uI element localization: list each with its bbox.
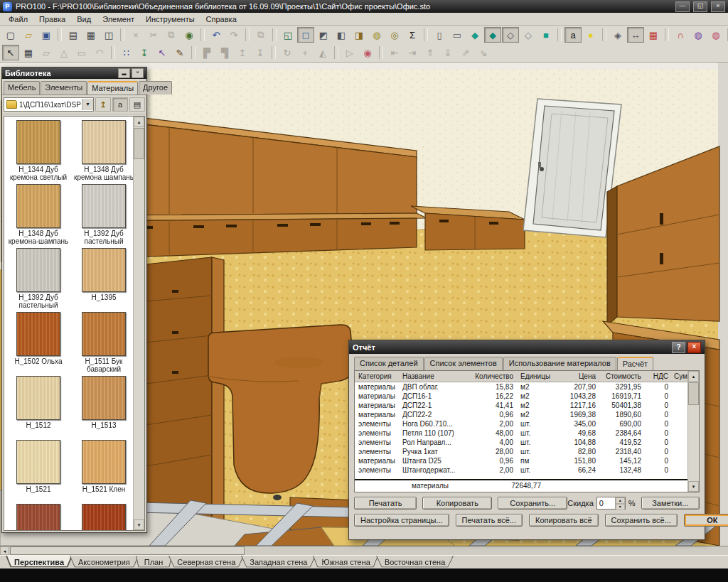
report-tab[interactable]: Использование материалов [503, 357, 616, 370]
shape-icon[interactable]: ▱ [38, 45, 55, 60]
notes-button[interactable]: Заметки... [641, 497, 700, 510]
report-tab[interactable]: Список деталей [354, 357, 424, 370]
material-item[interactable]: Н_1520 Груша [71, 504, 133, 530]
print-all-button[interactable]: Печатать всё... [456, 514, 523, 527]
window-titlebar[interactable]: P PRO100 - F:\PRO100\Библиотеки\Объедине… [0, 0, 728, 13]
horizontal-scrollbar[interactable]: ◂ [0, 546, 728, 556]
rotate-icon[interactable]: ↻ [279, 45, 296, 60]
undo-icon[interactable]: ↶ [208, 27, 225, 43]
box-ghost-icon[interactable]: ◇ [520, 27, 537, 43]
library-tab[interactable]: Материалы [87, 81, 138, 95]
material-item[interactable]: Н_1344 Дуб кремона светлый [6, 120, 71, 184]
help-icon[interactable]: ? [672, 342, 685, 353]
align-edge-left-icon[interactable]: ⇤ [386, 45, 403, 60]
rotate-3d-icon[interactable]: ◈ [609, 27, 626, 43]
box-colors-icon[interactable]: ◆ [466, 27, 483, 43]
minimize-icon[interactable]: ▂ [118, 68, 130, 78]
view-tab[interactable]: Аксонометрия [70, 556, 139, 569]
move-up-icon[interactable]: ↥ [234, 45, 251, 60]
library-tab[interactable]: Элементы [41, 81, 87, 95]
new-icon[interactable]: ▢ [2, 27, 19, 43]
material-item[interactable]: Н_1348 Дуб кремона шампань [71, 120, 133, 184]
view-tab[interactable]: Южная стена [313, 556, 378, 569]
close-icon[interactable]: × [711, 1, 725, 12]
scroll-up-icon[interactable]: ▴ [134, 117, 144, 127]
table-row[interactable]: элементы Нога D60.710... 2,00 шт. 345,00… [355, 419, 687, 429]
save-fragment-icon[interactable]: ▤ [65, 27, 82, 43]
open-icon[interactable]: ▱ [20, 27, 37, 43]
library-titlebar[interactable]: Библиотека ▂ × [2, 68, 146, 79]
copy-all-button[interactable]: Копировать всё [529, 514, 599, 527]
screenshot-icon[interactable]: ◉ [181, 27, 198, 43]
close-icon[interactable]: × [132, 68, 144, 78]
spin-up-icon[interactable]: ▴ [616, 497, 625, 504]
cut-icon[interactable]: ✂ [145, 27, 162, 43]
minimize-icon[interactable]: — [675, 1, 690, 12]
menu-item[interactable]: Правка [33, 14, 71, 24]
scroll-down-icon[interactable]: ▾ [688, 481, 699, 492]
table-row[interactable]: элементы Ручка 1кат 28,00 шт. 82,80 2318… [355, 447, 687, 456]
box-textures-icon[interactable]: ◆ [484, 27, 501, 43]
table-scrollbar[interactable]: ▴ ▾ [687, 371, 699, 492]
view-tab[interactable]: Восточная стена [376, 556, 454, 569]
door[interactable] [523, 99, 621, 237]
copy-icon[interactable]: ⧉ [163, 27, 180, 43]
contour-icon[interactable]: ▭ [73, 45, 90, 60]
room-walls-icon[interactable]: ▦ [20, 45, 37, 60]
photo-icon[interactable]: ◍ [707, 27, 724, 43]
scroll-down-icon[interactable]: ▾ [134, 519, 144, 530]
table-row[interactable]: материалы ДСП22-1 41,41 м2 1217,16 50401… [355, 401, 687, 410]
print-preview-icon[interactable]: ◫ [100, 27, 117, 43]
folder-up-button[interactable]: ↥ [95, 97, 111, 112]
save-all-button[interactable]: Сохранить всё... [605, 514, 678, 527]
report-titlebar[interactable]: Отчёт ? × [349, 340, 705, 354]
table-row[interactable]: элементы Штангодержат... 2,00 шт. 66,24 … [355, 465, 687, 475]
view-textures-icon[interactable]: ◨ [350, 27, 368, 43]
view-photo-icon[interactable]: ◎ [386, 27, 403, 43]
low-cabinet[interactable] [411, 206, 525, 250]
labels-icon[interactable]: a [564, 27, 582, 43]
vertex-icon[interactable]: △ [55, 45, 73, 60]
view-tab[interactable]: Перспектива [6, 556, 73, 569]
table-header[interactable]: Категория Название Количество Единицы Це… [355, 371, 687, 382]
scrollbar-thumb[interactable] [688, 382, 699, 405]
delete-icon[interactable]: × [127, 27, 144, 43]
view-lamp-icon[interactable]: ◍ [368, 27, 385, 43]
restore-icon[interactable]: ◱ [693, 1, 707, 12]
discount-spinner[interactable]: ▴ ▾ [615, 497, 625, 509]
move-icon[interactable]: + [296, 45, 314, 60]
box-hidden-lines-icon[interactable]: ▭ [449, 27, 466, 43]
project-settings-icon[interactable]: ◱ [279, 27, 296, 43]
close-icon[interactable]: × [687, 342, 701, 353]
scrollbar-thumb[interactable] [134, 128, 144, 159]
view-tab[interactable]: Северная стена [168, 556, 244, 569]
box-solid-icon[interactable]: ■ [537, 27, 555, 43]
snap-icon[interactable]: ∩ [672, 27, 689, 43]
grid-icon[interactable]: ▦ [645, 27, 662, 43]
report-tab[interactable]: Список элементов [424, 357, 503, 370]
menu-item[interactable]: Вид [71, 14, 97, 24]
table-row[interactable]: материалы ДСП22-2 0,96 м2 1969,38 1890,6… [355, 410, 687, 419]
redo-icon[interactable]: ↷ [225, 27, 242, 43]
view-colors-icon[interactable]: ◧ [333, 27, 350, 43]
print-icon[interactable]: ▦ [82, 27, 100, 43]
sort-alpha-button[interactable]: a [112, 97, 128, 112]
print-button[interactable]: Печатать [354, 497, 417, 510]
menu-item[interactable]: Файл [3, 14, 33, 24]
align-right-icon[interactable]: ▜ [216, 45, 233, 60]
chevron-down-icon[interactable]: ▾ [82, 99, 93, 110]
paste-icon[interactable]: ⧉ [252, 27, 269, 43]
material-item[interactable]: Н_1395 [71, 248, 133, 312]
material-item[interactable]: Н_1392 Дуб пастельный [6, 248, 71, 312]
table-row[interactable]: элементы Рол Направл... 4,00 шт. 104,88 … [355, 438, 687, 447]
material-item[interactable]: Н_1513 [71, 376, 133, 440]
box-edges-icon[interactable]: ◇ [502, 27, 519, 43]
page-setup-button[interactable]: Настройка страницы... [354, 514, 449, 527]
view-tab[interactable]: План [136, 556, 172, 569]
align-left-icon[interactable]: ▛ [198, 45, 215, 60]
left-cabinet-column[interactable] [146, 257, 224, 539]
material-item[interactable]: Н_1502 Ольха [6, 312, 71, 376]
align-edge-right-icon[interactable]: ⇥ [404, 45, 421, 60]
material-item[interactable]: Н_1392 Дуб пастельный [71, 184, 133, 248]
light-icon[interactable]: ● [582, 27, 599, 43]
